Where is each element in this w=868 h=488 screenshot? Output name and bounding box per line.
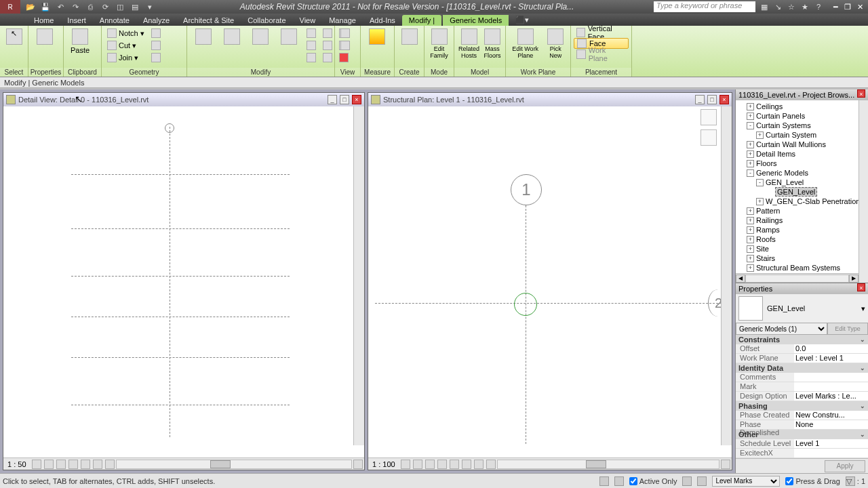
geom-tool-1[interactable] — [149, 27, 163, 39]
tree-item[interactable]: +Site — [737, 244, 867, 253]
project-browser[interactable]: +Ceilings+Curtain Panels-Curtain Systems… — [736, 100, 868, 283]
join-button[interactable]: Join ▾ — [104, 52, 147, 64]
edit-work-plane-button[interactable]: Edit Work Plane — [509, 27, 542, 61]
tree-item[interactable]: +Roofs — [737, 235, 867, 244]
browser-scrollbar[interactable] — [859, 100, 868, 283]
tree-item[interactable]: +Stairs — [737, 253, 867, 263]
tab-insert[interactable]: Insert — [60, 15, 93, 26]
vc-icon[interactable] — [413, 460, 422, 469]
vc-icon[interactable] — [437, 460, 447, 469]
plan-close-button[interactable]: × — [719, 95, 729, 104]
related-hosts-button[interactable]: Related Hosts — [457, 27, 481, 61]
prop-row[interactable]: Offset0.0 — [736, 344, 868, 354]
qat-more-icon[interactable]: ▾ — [145, 2, 155, 12]
prop-row[interactable]: Phase DemolishedNone — [736, 420, 868, 430]
prop-row[interactable]: Schedule LevelLevel 1 — [736, 439, 868, 449]
tree-toggle-icon[interactable]: + — [747, 207, 754, 215]
type-selector[interactable]: GEN_Level — [767, 304, 805, 312]
tree-item[interactable]: -Curtain Systems — [737, 121, 867, 130]
notch-button[interactable]: Notch ▾ — [104, 27, 147, 39]
tree-toggle-icon[interactable]: + — [747, 264, 754, 272]
paste-button[interactable]: Paste — [66, 27, 94, 56]
detail-maximize-button[interactable]: □ — [340, 95, 349, 104]
qat-save-icon[interactable]: 💾 — [41, 2, 50, 12]
prop-group-header[interactable]: Phasing⌄ — [736, 401, 868, 411]
tree-item[interactable]: +Floors — [737, 159, 867, 168]
rotate-button[interactable] — [247, 27, 274, 47]
tree-toggle-icon[interactable]: + — [747, 226, 754, 234]
tab-generic-models[interactable]: Generic Models — [443, 15, 509, 26]
window-minimize-button[interactable]: ━ — [830, 2, 841, 12]
filter-button[interactable]: ▽:1 — [846, 476, 865, 486]
scroll-left-button[interactable] — [105, 460, 115, 469]
measure-button[interactable] — [363, 27, 391, 47]
tab-architect-site[interactable]: Architect & Site — [176, 15, 241, 26]
properties-grid[interactable]: Constraints⌄Offset0.0Work PlaneLevel : L… — [736, 335, 868, 458]
tree-item[interactable]: -GEN_Level — [737, 178, 867, 187]
prop-row[interactable]: Work PlaneLevel : Level 1 — [736, 354, 868, 363]
tree-toggle-icon[interactable]: + — [747, 255, 754, 262]
detail-h-scrollbar[interactable] — [116, 460, 352, 469]
tree-item[interactable]: +Railings — [737, 216, 867, 225]
qat-section-icon[interactable]: ▤ — [130, 2, 140, 12]
qat-open-icon[interactable]: 📂 — [26, 2, 35, 12]
subscription-icon[interactable]: ▦ — [760, 2, 769, 12]
plan-h-scrollbar[interactable] — [497, 460, 719, 469]
window-restore-button[interactable]: ❐ — [842, 2, 853, 12]
scroll-right-button[interactable] — [353, 460, 363, 469]
placement-vertical-face[interactable]: Vertical Face — [574, 27, 629, 38]
plan-view-canvas[interactable]: 1 2 — [368, 106, 732, 458]
plan-vertical-scrollbar[interactable] — [721, 106, 732, 445]
prop-value[interactable] — [794, 373, 868, 382]
prop-row[interactable]: Mark — [736, 382, 868, 392]
nav-wheel[interactable] — [701, 129, 717, 146]
prop-value[interactable] — [794, 382, 868, 391]
tab-add-ins[interactable]: Add-Ins — [363, 15, 402, 26]
vc-icon[interactable] — [32, 460, 41, 469]
geom-tool-3[interactable] — [149, 52, 163, 64]
prop-value[interactable]: None — [794, 420, 868, 429]
tree-item[interactable]: +Curtain Panels — [737, 111, 867, 121]
browser-scroll-left[interactable]: ◀ — [736, 274, 745, 283]
properties-close-button[interactable]: × — [857, 283, 865, 291]
prop-value[interactable]: Level 1 — [794, 439, 868, 448]
mass-floors-button[interactable]: Mass Floors — [482, 27, 502, 61]
mirror-button[interactable] — [275, 27, 302, 47]
window-close-button[interactable]: ✕ — [854, 2, 865, 12]
browser-scroll-right[interactable]: ▶ — [849, 274, 859, 283]
properties-button[interactable] — [31, 27, 58, 47]
modify-select-button[interactable]: ↖ — [3, 27, 25, 47]
tree-toggle-icon[interactable]: + — [747, 113, 754, 120]
vc-icon[interactable] — [450, 460, 459, 469]
tree-item[interactable]: -Generic Models — [737, 168, 867, 178]
main-model-icon[interactable] — [697, 476, 707, 486]
help-icon[interactable]: ? — [814, 2, 823, 12]
plan-maximize-button[interactable]: □ — [707, 95, 717, 104]
tree-toggle-icon[interactable]: + — [756, 131, 764, 139]
tree-item[interactable]: +Pattern — [737, 206, 867, 216]
vc-icon[interactable] — [93, 460, 102, 469]
split-button[interactable] — [320, 39, 335, 52]
prop-row[interactable]: Phase CreatedNew Constru... — [736, 411, 868, 420]
offset-button[interactable] — [304, 39, 319, 52]
element-filter-select[interactable]: Generic Models (1) — [736, 323, 827, 335]
tree-toggle-icon[interactable]: + — [756, 198, 764, 205]
prop-value[interactable]: Level : Level 1 — [794, 354, 868, 363]
editable-only-icon[interactable] — [614, 476, 624, 486]
search-input[interactable]: Type a keyword or phrase — [654, 1, 755, 12]
tab-home[interactable]: Home — [27, 15, 60, 26]
override-button[interactable] — [338, 39, 353, 52]
scroll-left-button[interactable] — [486, 460, 496, 469]
browser-close-button[interactable]: × — [857, 89, 865, 98]
trim-button[interactable] — [320, 27, 335, 39]
array-button[interactable] — [304, 52, 319, 64]
align-button[interactable] — [304, 27, 319, 39]
prop-value[interactable] — [794, 449, 868, 458]
selected-model[interactable] — [514, 293, 537, 316]
edit-type-button[interactable]: Edit Type — [827, 323, 868, 335]
qat-undo-icon[interactable]: ↶ — [56, 2, 65, 12]
app-menu-button[interactable]: R — [0, 0, 20, 14]
vc-icon[interactable] — [474, 460, 484, 469]
prop-value[interactable]: New Constru... — [794, 411, 868, 420]
tree-toggle-icon[interactable]: + — [747, 103, 754, 110]
